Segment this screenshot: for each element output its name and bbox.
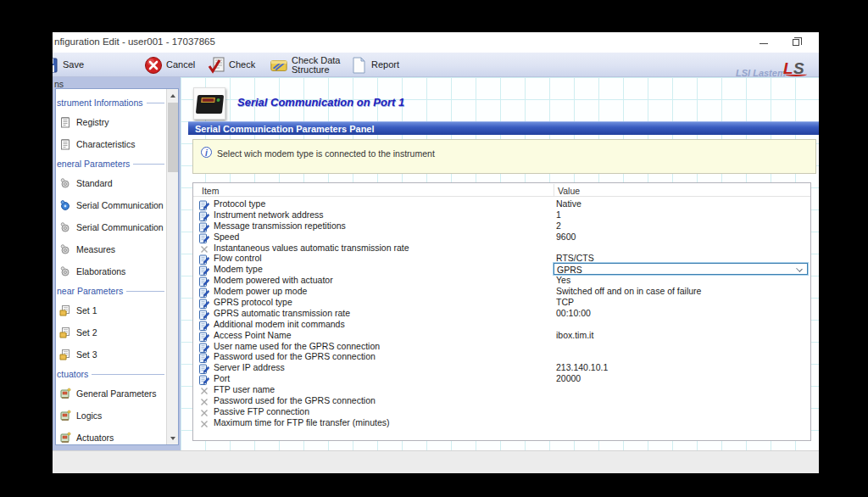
window-title: nfiguration Edit - user001 - 17037865 — [54, 36, 215, 47]
check-button[interactable]: Check — [207, 53, 255, 77]
table-row[interactable]: Modem power up modeSwitched off and on i… — [193, 286, 810, 297]
table-row[interactable]: GPRS protocol typeTCP — [193, 297, 810, 308]
table-row[interactable]: User name used for the GPRS connection — [193, 341, 810, 352]
edit-icon — [199, 209, 209, 220]
minimize-button[interactable] — [749, 32, 778, 53]
scroll-down-button[interactable] — [167, 432, 179, 444]
lsi-lastem-logo: LS — [783, 59, 819, 76]
sidebar-scrollbar[interactable] — [166, 89, 178, 444]
sidebar-item-standard[interactable]: Standard — [56, 172, 167, 194]
column-divider — [554, 184, 554, 196]
folder-icon — [59, 327, 71, 338]
sidebar-item-characteristics[interactable]: Characteristics — [56, 133, 167, 155]
table-row[interactable]: Modem powered with actuatorYes — [193, 275, 810, 286]
table-row[interactable]: Password used for the GPRS connection — [193, 395, 810, 406]
sidebar-section-header: eneral Parameters — [56, 155, 167, 172]
minimize-icon — [760, 43, 768, 44]
save-icon — [53, 56, 59, 75]
sidebar-item-set-2[interactable]: Set 2 — [56, 321, 167, 343]
row-value: ibox.tim.it — [556, 330, 593, 340]
sidebar-item-serial-communication-port-2[interactable]: Serial Communication Port 2 — [56, 216, 167, 238]
table-row[interactable]: Additional modem init commands — [193, 319, 810, 330]
edit-icon — [199, 275, 209, 285]
sidebar-section-header: ctuators — [56, 366, 167, 383]
cancel-button[interactable]: Cancel — [144, 53, 195, 77]
row-value: 213.140.10.1 — [556, 362, 608, 372]
sidebar-item-label: General Parameters — [76, 388, 157, 399]
sidebar-item-actuators[interactable]: Actuators — [56, 427, 167, 444]
info-text: Select wich modem type is connected to t… — [217, 148, 435, 159]
table-row[interactable]: GPRS automatic transmission rate00:10:00 — [193, 308, 810, 319]
sidebar-item-general-parameters[interactable]: General Parameters — [56, 383, 167, 405]
main-content: Serial Communication on Port 1 Serial Co… — [181, 77, 819, 450]
row-value: Yes — [556, 275, 570, 285]
folder-icon — [59, 349, 71, 360]
table-row[interactable]: Instantaneous values automatic transmiss… — [193, 243, 810, 254]
sidebar-item-elaborations[interactable]: Elaborations — [56, 260, 167, 282]
sidebar-item-label: Set 3 — [76, 349, 97, 360]
edit-icon — [199, 221, 209, 231]
actuator-icon — [59, 410, 71, 422]
scrollbar-thumb[interactable] — [168, 103, 178, 172]
gear-icon — [59, 199, 71, 211]
table-row[interactable]: Access Point Nameibox.tim.it — [193, 330, 810, 341]
edit-icon — [199, 373, 209, 383]
row-value: 1 — [556, 209, 561, 220]
report-button[interactable]: Report — [349, 53, 399, 77]
report-label: Report — [371, 60, 399, 70]
sidebar-item-registry[interactable]: Registry — [56, 111, 167, 133]
sidebar-item-set-3[interactable]: Set 3 — [56, 343, 167, 366]
column-header-value: Value — [558, 186, 580, 196]
column-header-item: Item — [202, 186, 219, 196]
row-item-label: Instantaneous values automatic transmiss… — [214, 243, 409, 253]
instrument-body — [196, 95, 224, 114]
gear-icon — [59, 177, 71, 189]
table-row[interactable]: Modem typeGPRS — [193, 264, 810, 275]
scroll-up-icon — [170, 94, 175, 98]
row-value: RTS/CTS — [556, 253, 594, 263]
instrument-led — [216, 98, 220, 102]
save-button[interactable]: Save — [53, 53, 84, 77]
folder-icon — [59, 304, 71, 316]
sidebar-item-label: Registry — [76, 117, 109, 127]
sidebar-item-serial-communication-port-1[interactable]: Serial Communication Port 1 — [56, 194, 167, 216]
table-row[interactable]: Passive FTP connection — [193, 406, 810, 417]
table-row[interactable]: Instrument network address1 — [193, 209, 810, 221]
scroll-up-button[interactable] — [167, 89, 179, 102]
table-row[interactable]: Speed9600 — [193, 232, 810, 243]
row-item-label: User name used for the GPRS connection — [214, 341, 380, 351]
row-item-label: GPRS automatic transmission rate — [214, 308, 350, 318]
table-row[interactable]: Server IP address213.140.10.1 — [193, 362, 810, 373]
sidebar-item-measures[interactable]: Measures — [56, 238, 167, 260]
gear-icon — [59, 243, 71, 255]
table-header: Item Value — [193, 183, 810, 197]
section-divider — [147, 103, 164, 103]
instrument-screen — [201, 98, 215, 103]
edit-icon — [199, 341, 209, 351]
table-row[interactable]: Maximum time for FTP file transfer (minu… — [193, 417, 810, 428]
sidebar-item-logics[interactable]: Logics — [56, 405, 167, 427]
modem-type-dropdown[interactable]: GPRS — [554, 263, 808, 275]
sidebar-item-label: Elaborations — [76, 266, 125, 276]
sidebar-items: strument InformationsRegistryCharacteris… — [56, 89, 167, 444]
check-icon — [207, 56, 225, 75]
panel-header-bar: Serial Communication Parameters Panel — [188, 121, 819, 135]
table-row[interactable]: Port20000 — [193, 373, 810, 384]
restore-button[interactable] — [782, 32, 810, 53]
edit-icon — [199, 308, 209, 318]
table-row[interactable]: Protocol typeNative — [193, 198, 810, 209]
sidebar-section-label: strument Informations — [57, 98, 143, 108]
edit-icon — [199, 232, 209, 242]
table-row[interactable]: Password used for the GPRS connection — [193, 351, 810, 362]
sidebar-section-label: ctuators — [57, 369, 88, 379]
check-data-structure-button[interactable]: Check Data Structure — [270, 53, 340, 77]
disabled-icon — [199, 243, 209, 253]
info-box: i Select wich modem type is connected to… — [192, 139, 816, 174]
parameters-table: Item Value Protocol typeNativeInstrument… — [192, 182, 811, 441]
edit-icon — [199, 198, 209, 209]
table-row[interactable]: Message transmission repetitions2 — [193, 221, 810, 232]
sidebar-item-set-1[interactable]: Set 1 — [56, 299, 167, 321]
sidebar-item-label: Actuators — [76, 433, 114, 443]
table-row[interactable]: FTP user name — [193, 384, 810, 395]
status-bar — [53, 450, 819, 473]
